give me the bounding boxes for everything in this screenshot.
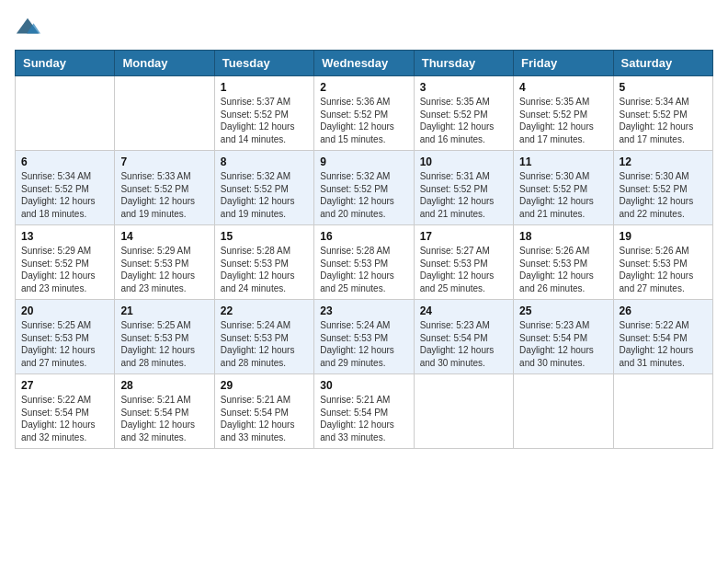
calendar-cell: 21Sunrise: 5:25 AM Sunset: 5:53 PM Dayli… — [115, 300, 214, 374]
cell-info: Sunrise: 5:35 AM Sunset: 5:52 PM Dayligh… — [420, 96, 507, 145]
cell-info: Sunrise: 5:21 AM Sunset: 5:54 PM Dayligh… — [320, 394, 407, 443]
calendar-row: 1Sunrise: 5:37 AM Sunset: 5:52 PM Daylig… — [16, 76, 713, 151]
calendar-cell: 9Sunrise: 5:32 AM Sunset: 5:52 PM Daylig… — [314, 151, 414, 225]
day-number: 24 — [420, 304, 507, 317]
cell-info: Sunrise: 5:21 AM Sunset: 5:54 PM Dayligh… — [221, 394, 308, 443]
day-number: 28 — [120, 379, 208, 392]
logo — [15, 15, 44, 40]
calendar-cell: 15Sunrise: 5:28 AM Sunset: 5:53 PM Dayli… — [214, 225, 313, 300]
day-number: 26 — [620, 304, 707, 317]
calendar-cell: 14Sunrise: 5:29 AM Sunset: 5:53 PM Dayli… — [115, 225, 214, 300]
day-number: 8 — [221, 155, 308, 168]
cell-info: Sunrise: 5:22 AM Sunset: 5:54 PM Dayligh… — [21, 394, 108, 443]
day-number: 23 — [320, 304, 407, 317]
calendar-cell — [115, 76, 214, 151]
day-number: 5 — [620, 81, 707, 94]
day-number: 27 — [21, 379, 108, 392]
calendar-cell: 5Sunrise: 5:34 AM Sunset: 5:52 PM Daylig… — [613, 76, 712, 151]
cell-info: Sunrise: 5:21 AM Sunset: 5:54 PM Dayligh… — [120, 394, 208, 443]
calendar-cell: 25Sunrise: 5:23 AM Sunset: 5:54 PM Dayli… — [514, 300, 613, 374]
cell-info: Sunrise: 5:24 AM Sunset: 5:53 PM Dayligh… — [320, 319, 407, 369]
calendar-cell: 18Sunrise: 5:26 AM Sunset: 5:53 PM Dayli… — [514, 225, 613, 300]
calendar-row: 20Sunrise: 5:25 AM Sunset: 5:53 PM Dayli… — [16, 300, 713, 374]
day-number: 14 — [120, 230, 208, 243]
cell-info: Sunrise: 5:27 AM Sunset: 5:53 PM Dayligh… — [420, 245, 507, 294]
day-number: 6 — [21, 155, 108, 168]
day-number: 20 — [21, 304, 108, 317]
cell-info: Sunrise: 5:28 AM Sunset: 5:53 PM Dayligh… — [320, 245, 407, 294]
calendar-cell — [414, 374, 513, 449]
day-number: 13 — [21, 230, 108, 243]
weekday-header: Sunday — [16, 51, 115, 76]
cell-info: Sunrise: 5:28 AM Sunset: 5:53 PM Dayligh… — [221, 245, 308, 294]
cell-info: Sunrise: 5:37 AM Sunset: 5:52 PM Dayligh… — [221, 96, 308, 145]
cell-info: Sunrise: 5:25 AM Sunset: 5:53 PM Dayligh… — [120, 319, 208, 369]
calendar-cell: 30Sunrise: 5:21 AM Sunset: 5:54 PM Dayli… — [314, 374, 414, 449]
day-number: 1 — [221, 81, 308, 94]
day-number: 9 — [320, 155, 407, 168]
calendar-row: 6Sunrise: 5:34 AM Sunset: 5:52 PM Daylig… — [16, 151, 713, 225]
day-number: 29 — [221, 379, 308, 392]
cell-info: Sunrise: 5:34 AM Sunset: 5:52 PM Dayligh… — [620, 96, 707, 145]
calendar-cell: 3Sunrise: 5:35 AM Sunset: 5:52 PM Daylig… — [414, 76, 513, 151]
day-number: 25 — [519, 304, 607, 317]
cell-info: Sunrise: 5:30 AM Sunset: 5:52 PM Dayligh… — [519, 170, 607, 220]
cell-info: Sunrise: 5:32 AM Sunset: 5:52 PM Dayligh… — [320, 170, 407, 220]
logo-icon — [15, 15, 40, 40]
calendar-cell: 16Sunrise: 5:28 AM Sunset: 5:53 PM Dayli… — [314, 225, 414, 300]
day-number: 18 — [519, 230, 607, 243]
cell-info: Sunrise: 5:26 AM Sunset: 5:53 PM Dayligh… — [519, 245, 607, 294]
calendar-cell: 8Sunrise: 5:32 AM Sunset: 5:52 PM Daylig… — [214, 151, 313, 225]
page-header — [15, 15, 713, 40]
day-number: 30 — [320, 379, 407, 392]
cell-info: Sunrise: 5:29 AM Sunset: 5:53 PM Dayligh… — [120, 245, 208, 294]
calendar-row: 27Sunrise: 5:22 AM Sunset: 5:54 PM Dayli… — [16, 374, 713, 449]
day-number: 16 — [320, 230, 407, 243]
day-number: 22 — [221, 304, 308, 317]
calendar-cell: 13Sunrise: 5:29 AM Sunset: 5:52 PM Dayli… — [16, 225, 115, 300]
day-number: 10 — [420, 155, 507, 168]
cell-info: Sunrise: 5:35 AM Sunset: 5:52 PM Dayligh… — [519, 96, 607, 145]
calendar-cell: 28Sunrise: 5:21 AM Sunset: 5:54 PM Dayli… — [115, 374, 214, 449]
cell-info: Sunrise: 5:29 AM Sunset: 5:52 PM Dayligh… — [21, 245, 108, 294]
weekday-header: Friday — [514, 51, 613, 76]
cell-info: Sunrise: 5:30 AM Sunset: 5:52 PM Dayligh… — [620, 170, 707, 220]
day-number: 2 — [320, 81, 407, 94]
weekday-header: Tuesday — [214, 51, 313, 76]
calendar-cell: 29Sunrise: 5:21 AM Sunset: 5:54 PM Dayli… — [214, 374, 313, 449]
calendar-cell: 27Sunrise: 5:22 AM Sunset: 5:54 PM Dayli… — [16, 374, 115, 449]
day-number: 11 — [519, 155, 607, 168]
day-number: 3 — [420, 81, 507, 94]
cell-info: Sunrise: 5:25 AM Sunset: 5:53 PM Dayligh… — [21, 319, 108, 369]
weekday-header: Monday — [115, 51, 214, 76]
cell-info: Sunrise: 5:26 AM Sunset: 5:53 PM Dayligh… — [620, 245, 707, 294]
calendar-cell: 17Sunrise: 5:27 AM Sunset: 5:53 PM Dayli… — [414, 225, 513, 300]
day-number: 12 — [620, 155, 707, 168]
calendar-cell — [514, 374, 613, 449]
calendar-cell: 20Sunrise: 5:25 AM Sunset: 5:53 PM Dayli… — [16, 300, 115, 374]
calendar-body: 1Sunrise: 5:37 AM Sunset: 5:52 PM Daylig… — [16, 76, 713, 449]
calendar-cell — [613, 374, 712, 449]
day-number: 19 — [620, 230, 707, 243]
day-number: 17 — [420, 230, 507, 243]
calendar-cell: 19Sunrise: 5:26 AM Sunset: 5:53 PM Dayli… — [613, 225, 712, 300]
cell-info: Sunrise: 5:32 AM Sunset: 5:52 PM Dayligh… — [221, 170, 308, 220]
calendar-cell: 26Sunrise: 5:22 AM Sunset: 5:54 PM Dayli… — [613, 300, 712, 374]
calendar-cell: 10Sunrise: 5:31 AM Sunset: 5:52 PM Dayli… — [414, 151, 513, 225]
cell-info: Sunrise: 5:22 AM Sunset: 5:54 PM Dayligh… — [620, 319, 707, 369]
cell-info: Sunrise: 5:23 AM Sunset: 5:54 PM Dayligh… — [420, 319, 507, 369]
cell-info: Sunrise: 5:23 AM Sunset: 5:54 PM Dayligh… — [519, 319, 607, 369]
cell-info: Sunrise: 5:33 AM Sunset: 5:52 PM Dayligh… — [120, 170, 208, 220]
cell-info: Sunrise: 5:34 AM Sunset: 5:52 PM Dayligh… — [21, 170, 108, 220]
cell-info: Sunrise: 5:31 AM Sunset: 5:52 PM Dayligh… — [420, 170, 507, 220]
cell-info: Sunrise: 5:24 AM Sunset: 5:53 PM Dayligh… — [221, 319, 308, 369]
weekday-header: Wednesday — [314, 51, 414, 76]
calendar-cell: 23Sunrise: 5:24 AM Sunset: 5:53 PM Dayli… — [314, 300, 414, 374]
calendar-cell: 11Sunrise: 5:30 AM Sunset: 5:52 PM Dayli… — [514, 151, 613, 225]
calendar-header: SundayMondayTuesdayWednesdayThursdayFrid… — [16, 51, 713, 76]
calendar-cell: 4Sunrise: 5:35 AM Sunset: 5:52 PM Daylig… — [514, 76, 613, 151]
calendar-cell: 22Sunrise: 5:24 AM Sunset: 5:53 PM Dayli… — [214, 300, 313, 374]
calendar-cell — [16, 76, 115, 151]
day-number: 21 — [120, 304, 208, 317]
day-number: 4 — [519, 81, 607, 94]
